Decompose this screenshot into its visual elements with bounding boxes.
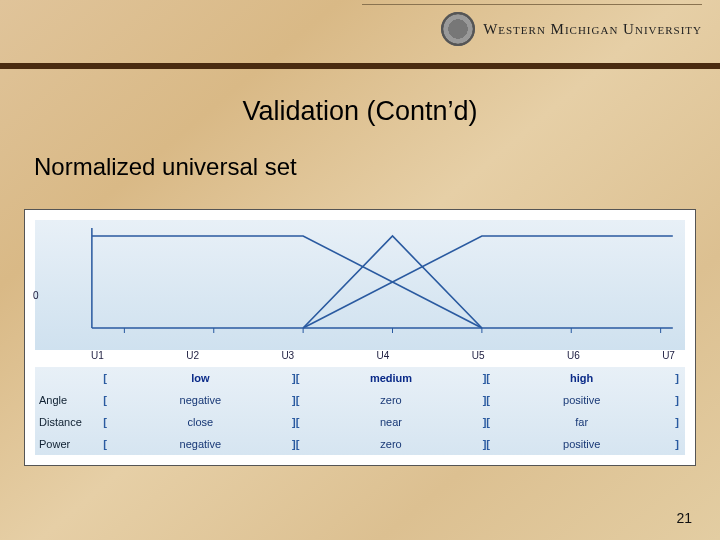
row-label: Power xyxy=(35,438,97,450)
x-tick: U6 xyxy=(567,350,580,361)
term-cell: low xyxy=(113,372,288,384)
term-cell: negative xyxy=(113,394,288,406)
bracket-icon: [ xyxy=(97,416,113,428)
table-row: [ low ][ medium ][ high ] xyxy=(35,367,685,389)
term-cell: positive xyxy=(494,394,669,406)
term-cell: medium xyxy=(304,372,479,384)
bracket-icon: ] xyxy=(669,394,685,406)
term-cell: positive xyxy=(494,438,669,450)
x-tick: U7 xyxy=(662,350,675,361)
slide-subtitle: Normalized universal set xyxy=(34,153,720,181)
page-number: 21 xyxy=(676,510,692,526)
bracket-icon: [ xyxy=(97,372,113,384)
x-tick: U3 xyxy=(281,350,294,361)
bracket-icon: ] xyxy=(669,416,685,428)
row-label: Distance xyxy=(35,416,97,428)
bracket-icon: ][ xyxy=(478,438,494,450)
x-tick: U5 xyxy=(472,350,485,361)
membership-curves-icon xyxy=(35,220,685,350)
term-cell: zero xyxy=(304,438,479,450)
slide-title: Validation (Contn’d) xyxy=(0,96,720,127)
x-tick: U1 xyxy=(91,350,104,361)
bracket-icon: [ xyxy=(97,438,113,450)
header-thin-rule xyxy=(362,4,702,5)
x-tick: U2 xyxy=(186,350,199,361)
bracket-icon: ][ xyxy=(478,372,494,384)
bracket-icon: ][ xyxy=(288,394,304,406)
bracket-icon: ] xyxy=(669,438,685,450)
term-cell: zero xyxy=(304,394,479,406)
bracket-icon: ][ xyxy=(478,416,494,428)
row-label: Angle xyxy=(35,394,97,406)
table-row: Distance [ close ][ near ][ far ] xyxy=(35,411,685,433)
university-seal-icon xyxy=(441,12,475,46)
figure-container: 0 U1 U2 U3 xyxy=(24,209,696,466)
table-row: Power [ negative ][ zero ][ positive ] xyxy=(35,433,685,455)
membership-plot: 0 xyxy=(35,220,685,350)
term-cell: close xyxy=(113,416,288,428)
bracket-icon: ][ xyxy=(288,438,304,450)
university-name: Western Michigan University xyxy=(483,21,702,38)
university-branding: Western Michigan University xyxy=(441,12,702,46)
x-axis-ticks: U1 U2 U3 U4 U5 U6 U7 xyxy=(35,350,685,361)
term-cell: high xyxy=(494,372,669,384)
term-cell: near xyxy=(304,416,479,428)
bracket-icon: ] xyxy=(669,372,685,384)
term-cell: negative xyxy=(113,438,288,450)
table-row: Angle [ negative ][ zero ][ positive ] xyxy=(35,389,685,411)
header-thick-rule xyxy=(0,63,720,69)
slide-header: Western Michigan University xyxy=(0,0,720,74)
term-cell: far xyxy=(494,416,669,428)
bracket-icon: ][ xyxy=(288,416,304,428)
bracket-icon: ][ xyxy=(288,372,304,384)
bracket-icon: ][ xyxy=(478,394,494,406)
linguistic-term-table: [ low ][ medium ][ high ] Angle [ negati… xyxy=(35,367,685,455)
x-tick: U4 xyxy=(377,350,390,361)
bracket-icon: [ xyxy=(97,394,113,406)
